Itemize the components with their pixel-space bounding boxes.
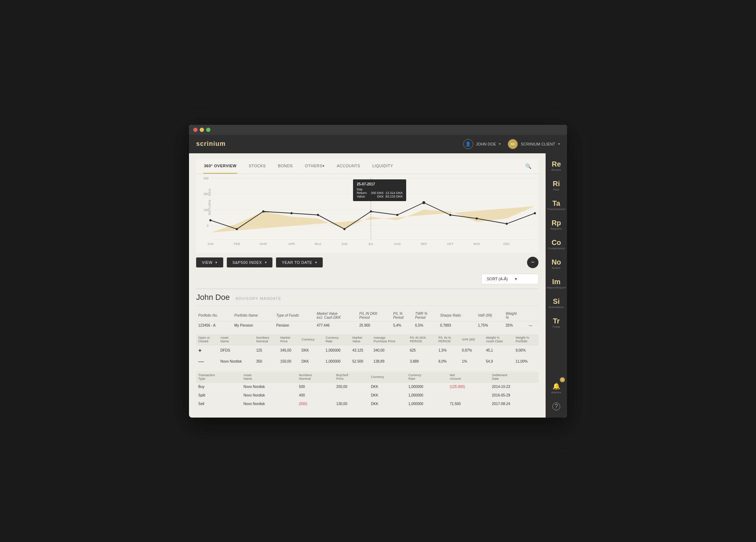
th-var-h: VAR (99) — [460, 334, 484, 345]
client-dropdown-icon[interactable]: ▾ — [558, 142, 560, 146]
tooltip-value-value: DKK 83.233 DKK — [377, 195, 403, 198]
th-tx-currency: Currency — [369, 372, 406, 383]
tx-settlement-3: 2017-08-24 — [490, 399, 538, 408]
user-avatar: 👤 — [463, 139, 473, 149]
index-dropdown[interactable]: S&P500 INDEX ▾ — [227, 257, 273, 267]
holding-currency-2: DKK — [299, 356, 323, 367]
sidebar-item-reports[interactable]: Rp Reports — [546, 216, 567, 234]
th-portfolio-no: Portfolio No. — [196, 310, 232, 321]
th-type: Type of Funds — [274, 310, 315, 321]
sidebar-label-trade: Trade — [552, 325, 560, 328]
nav-item-bonds[interactable]: BONDS — [277, 159, 293, 174]
sidebar-abbr-risk: Ri — [553, 180, 560, 187]
titlebar — [189, 125, 567, 135]
sidebar-item-risk[interactable]: Ri Risk — [546, 177, 567, 195]
sidebar-abbr-notes: No — [552, 259, 561, 266]
holding-value-1: 43.125 — [350, 345, 371, 356]
th-pl-pct-period: P/L IN %PERIOD — [436, 334, 460, 345]
tx-nominal-3: (550) — [297, 399, 334, 408]
holding-open-closed-1: + — [196, 345, 218, 356]
svg-text:JAN: JAN — [208, 242, 214, 245]
th-tx-bs-price: Buy/SellPrice — [334, 372, 369, 383]
svg-point-17 — [396, 214, 398, 216]
chart-container: RETURN · DKK 450 300 150 0 — [196, 174, 538, 252]
user-name: JOHN DOE — [476, 142, 496, 146]
svg-text:NOV: NOV — [473, 242, 480, 245]
tx-currency-1: DKK — [369, 382, 406, 391]
portfolio-type: Pension — [274, 321, 315, 329]
sidebar-item-simulation[interactable]: Si Simulation — [546, 294, 567, 312]
th-extra — [527, 310, 538, 321]
tooltip-period-label: Day — [357, 188, 362, 191]
search-icon[interactable]: 🔍 — [525, 163, 531, 169]
tx-currency-2: DKK — [369, 391, 406, 399]
svg-text:150: 150 — [203, 208, 209, 211]
th-avg-price: AveragePurchase Price — [371, 334, 408, 345]
sidebar-abbr-trade: Tr — [553, 317, 560, 324]
sidebar-item-notes[interactable]: No Notes — [546, 255, 567, 273]
th-currency-rate: CurrencyRate — [323, 334, 350, 345]
tooltip-date: 25-07-2017 — [357, 182, 403, 186]
client-info[interactable]: SC SCRINIUM CLIENT ▾ — [508, 139, 560, 149]
sidebar-item-transactions[interactable]: Ta Transactions — [546, 196, 567, 214]
svg-text:0: 0 — [207, 224, 209, 227]
svg-point-13 — [291, 212, 293, 214]
portfolio-pl-dkk: 25.900 — [357, 321, 391, 329]
sidebar-item-import[interactable]: Im Import/Export — [546, 275, 567, 293]
collapse-button[interactable]: − — [527, 257, 538, 268]
app-header: scrinium 👤 JOHN DOE ▾ SC SCRINIUM CLIENT… — [189, 135, 567, 153]
period-dropdown[interactable]: YEAR TO DATE ▾ — [276, 257, 323, 267]
portfolio-var: 1,75% — [476, 321, 504, 329]
sidebar-item-return[interactable]: Re Return — [546, 157, 567, 175]
chart-tooltip: 25-07-2017 Day Return: 330 DKK 13.314 DK… — [353, 179, 406, 201]
nav-item-others[interactable]: OTHERS ▾ — [304, 159, 325, 174]
th-var: VaR (99) — [476, 310, 504, 321]
sidebar-label-simulation: Simulation — [549, 306, 564, 309]
svg-text:MAJ: MAJ — [315, 242, 321, 245]
holding-var-1: 0,87% — [460, 345, 484, 356]
portfolio-market-value: 477.446 — [315, 321, 357, 329]
nav-item-accounts[interactable]: ACCOUNTS — [336, 159, 361, 174]
holding-wp-1: 9,00% — [514, 345, 538, 356]
sort-dropdown[interactable]: SORT (A-Å) ▾ — [481, 274, 538, 284]
sidebar-item-compliance[interactable]: Co Compliance — [546, 235, 567, 254]
nav-item-stocks[interactable]: STOCKS — [248, 159, 266, 174]
th-tx-type: TransactionType — [196, 372, 241, 383]
user-dropdown-icon[interactable]: ▾ — [499, 142, 501, 146]
th-currency: Currency — [299, 334, 323, 345]
sidebar-item-trade[interactable]: Tr Trade — [546, 314, 567, 332]
user-info[interactable]: 👤 JOHN DOE ▾ — [463, 139, 501, 149]
th-market-value-h: MarketValue — [350, 334, 371, 345]
holding-wc-1: 45,1 — [484, 345, 514, 356]
alarm-badge-count: 2 — [560, 377, 565, 382]
minimize-btn[interactable] — [200, 128, 204, 132]
chart-area: 450 300 150 0 — [210, 178, 535, 242]
alarm-icon: 🔔 — [552, 382, 560, 390]
holding-var-2: 1% — [460, 356, 484, 367]
maximize-btn[interactable] — [206, 128, 210, 132]
close-btn[interactable] — [193, 128, 198, 132]
th-tx-net: NetAmount — [448, 372, 490, 383]
svg-point-21 — [506, 223, 508, 225]
tx-row-3: Sell Novo Nordisk (550) 130,00 DKK 1,000… — [196, 399, 538, 408]
holding-asset-1: DFDS — [218, 345, 254, 356]
nav-item-overview[interactable]: 360° OVERVIEW — [203, 159, 237, 174]
holding-avg-2: 138,89 — [371, 356, 408, 367]
nav-item-liquidity[interactable]: LIQUIDITY — [372, 159, 394, 174]
th-numbers-nominal: NumbersNominal — [254, 334, 278, 345]
svg-text:DEC: DEC — [503, 242, 510, 245]
sidebar-bottom: 2 🔔 Alarms ? — [546, 379, 567, 418]
tx-currency-3: DKK — [369, 399, 406, 408]
sidebar-item-help[interactable]: ? — [546, 399, 567, 414]
sidebar-item-alarms[interactable]: 2 🔔 Alarms — [546, 379, 567, 398]
sidebar-label-notes: Notes — [552, 266, 560, 270]
view-dropdown[interactable]: VIEW ▾ — [196, 257, 223, 267]
tx-price-1: 250,00 — [334, 382, 369, 391]
tx-amount-1: (125.000) — [448, 382, 490, 391]
holding-nominal-2: 350 — [254, 356, 278, 367]
sidebar-label-import: Import/Export — [547, 286, 566, 289]
sort-bar: SORT (A-Å) ▾ — [196, 274, 538, 284]
holding-value-2: 52.500 — [350, 356, 371, 367]
th-weight-port: Weight %Portfolio — [514, 334, 538, 345]
transactions-header-row: TransactionType AssetName NumbersNominal… — [196, 372, 538, 383]
